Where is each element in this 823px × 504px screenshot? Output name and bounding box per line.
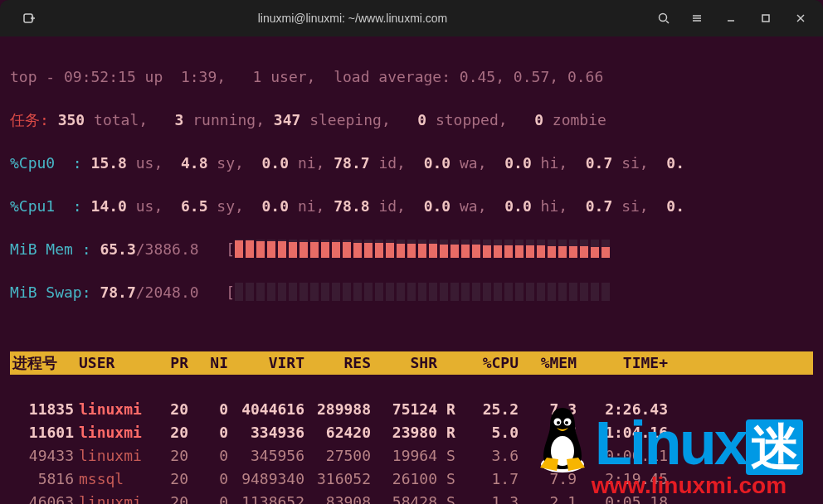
table-row: 11835linuxmi200404461628998875124R25.27.… xyxy=(10,398,813,421)
col-cpu: %CPU xyxy=(463,352,521,374)
swap-line: MiB Swap: 78.7/2048.0 [ xyxy=(10,282,813,303)
terminal-output: top - 09:52:15 up 1:39, 1 user, load ave… xyxy=(0,36,823,504)
close-button[interactable] xyxy=(783,6,818,31)
window-title: linuxmi@linuxmi: ~/www.linuxmi.com xyxy=(58,12,647,25)
col-pr: PR xyxy=(151,352,191,374)
col-time: TIME+ xyxy=(579,352,670,374)
tasks-line: 任务: 350 total, 3 running, 347 sleeping, … xyxy=(10,109,813,131)
cpu1-line: %Cpu1 : 14.0 us, 6.5 sy, 0.0 ni, 78.8 id… xyxy=(10,196,813,217)
process-header: 进程号 USER PR NI VIRT RES SHR %CPU %MEM TI… xyxy=(10,351,813,375)
col-ni: NI xyxy=(191,352,231,374)
search-icon[interactable] xyxy=(647,6,680,31)
table-row: 46063linuxmi20011386528390858428S1.32.10… xyxy=(10,491,813,504)
window-titlebar: linuxmi@linuxmi: ~/www.linuxmi.com xyxy=(0,0,823,36)
swap-bar xyxy=(235,283,612,301)
col-pid: 进程号 xyxy=(10,352,76,374)
svg-point-3 xyxy=(660,14,667,22)
col-virt: VIRT xyxy=(231,352,307,374)
col-shr: SHR xyxy=(373,352,440,374)
minimize-button[interactable] xyxy=(713,6,748,31)
col-mem: %MEM xyxy=(521,352,579,374)
table-row: 49433linuxmi2003459562750019964S3.60.70:… xyxy=(10,444,813,468)
process-list: 11835linuxmi200404461628998875124R25.27.… xyxy=(10,398,813,504)
mem-line: MiB Mem : 65.3/3886.8 [ xyxy=(10,239,813,260)
maximize-button[interactable] xyxy=(748,6,783,31)
table-row: 11601linuxmi2003349366242023980R5.01.61:… xyxy=(10,421,813,444)
table-row: 5816mssql200948934031605226100S1.77.92:1… xyxy=(10,468,813,491)
col-user: USER xyxy=(76,352,151,374)
new-tab-button[interactable] xyxy=(12,6,46,31)
menu-icon[interactable] xyxy=(680,6,713,31)
svg-line-4 xyxy=(666,21,669,23)
col-res: RES xyxy=(307,352,373,374)
top-summary: top - 09:52:15 up 1:39, 1 user, load ave… xyxy=(10,66,813,88)
memory-bar xyxy=(235,240,612,258)
svg-rect-9 xyxy=(762,15,769,22)
cpu0-line: %Cpu0 : 15.8 us, 4.8 sy, 0.0 ni, 78.7 id… xyxy=(10,153,813,174)
